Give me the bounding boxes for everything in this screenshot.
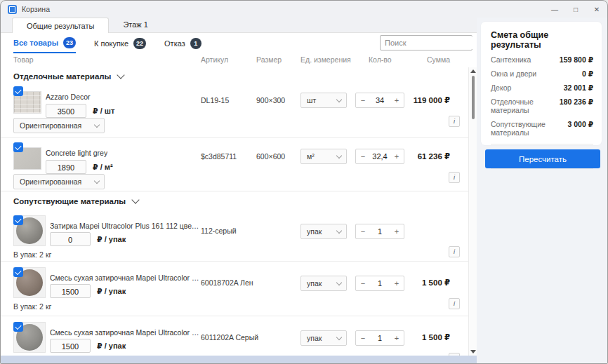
decrement-button[interactable]: −: [356, 334, 370, 342]
decrement-button[interactable]: −: [356, 152, 370, 161]
product-checkbox[interactable]: [13, 215, 23, 225]
price-unit-label: ₽ / упак: [97, 342, 126, 351]
estimate-label: Сантехника: [491, 55, 531, 64]
quantity-stepper: − 1 +: [355, 224, 404, 239]
section-related-materials[interactable]: Сопутствующие материалы: [13, 197, 138, 205]
price-input[interactable]: [51, 234, 90, 246]
product-name: Concrete light grey: [46, 149, 107, 157]
search-box: [380, 35, 472, 50]
unit-dropdown[interactable]: шт: [300, 93, 347, 108]
orientation-dropdown[interactable]: Ориентированная: [13, 118, 105, 133]
section-finishing-materials[interactable]: Отделочные материалы: [13, 72, 124, 81]
increment-button[interactable]: +: [390, 279, 404, 288]
header-sku: Артикул: [201, 55, 228, 64]
tab-bar: Общие результаты Этаж 1: [1, 18, 477, 33]
sku-value: 6011202A Серый: [201, 333, 258, 342]
tab-general-results[interactable]: Общие результаты: [12, 18, 109, 33]
product-checkbox[interactable]: [13, 86, 23, 96]
estimate-label: Сопутствующие материалы: [491, 120, 568, 137]
sku-value: DL19-15: [201, 96, 229, 105]
row-sum: 1 500 ₽: [422, 332, 450, 342]
estimate-value: 180 236 ₽: [560, 97, 593, 106]
scroll-down-icon[interactable]: [470, 350, 476, 353]
price-unit-label: ₽ / шт: [93, 107, 114, 116]
window-title: Корзина: [22, 5, 50, 13]
pack-note: В упак: 2 кг: [13, 302, 51, 311]
scroll-up-icon[interactable]: [470, 69, 476, 73]
decrement-button[interactable]: −: [356, 279, 370, 288]
chevron-down-icon: [336, 96, 342, 102]
cart-content: Все товары 23 К покупке 22 Отказ 1: [1, 33, 477, 363]
unit-dropdown[interactable]: упак: [300, 276, 347, 291]
quantity-stepper: − 34 +: [355, 93, 404, 108]
quantity-value[interactable]: 1: [370, 279, 390, 288]
section-label: Сопутствующие материалы: [13, 197, 126, 205]
product-checkbox[interactable]: [13, 142, 23, 152]
scrollbar-thumb[interactable]: [472, 76, 475, 119]
quantity-value[interactable]: 1: [370, 334, 390, 342]
estimate-row: Сантехника 159 800 ₽: [491, 55, 593, 64]
unit-value: упак: [301, 279, 337, 288]
close-button[interactable]: ✕: [586, 1, 607, 18]
vertical-scrollbar[interactable]: [468, 67, 477, 356]
info-button[interactable]: i: [449, 172, 460, 183]
filter-declined[interactable]: Отказ 1: [164, 37, 201, 53]
filter-to-buy[interactable]: К покупке 22: [94, 37, 146, 53]
price-unit-label: ₽ / м²: [93, 163, 113, 172]
quantity-value[interactable]: 34: [370, 96, 390, 105]
price-input-box: [46, 160, 86, 174]
price-input[interactable]: [51, 340, 90, 353]
minimize-button[interactable]: —: [544, 1, 565, 18]
increment-button[interactable]: +: [390, 96, 404, 105]
price-input[interactable]: [46, 105, 86, 118]
chevron-down-icon: [336, 152, 342, 158]
product-checkbox[interactable]: [13, 267, 23, 277]
product-checkbox[interactable]: [13, 322, 23, 332]
price-input[interactable]: [46, 161, 86, 174]
decrement-button[interactable]: −: [356, 227, 370, 236]
title-bar: Корзина — □ ✕: [1, 1, 607, 18]
app-icon: [8, 5, 17, 14]
price-input-box: [46, 104, 86, 118]
price-unit-label: ₽ / упак: [97, 287, 126, 296]
increment-button[interactable]: +: [390, 227, 404, 236]
orientation-dropdown[interactable]: Ориентированная: [13, 174, 105, 189]
header-unit: Ед. измерения: [300, 55, 351, 64]
filter-tabs: Все товары 23 К покупке 22 Отказ 1: [13, 37, 201, 53]
estimate-value: 0 ₽: [582, 69, 593, 78]
price-input[interactable]: [51, 285, 90, 298]
chevron-down-icon: [336, 279, 342, 285]
info-button[interactable]: i: [449, 246, 460, 257]
info-button[interactable]: i: [449, 116, 460, 127]
filter-all-products[interactable]: Все товары 23: [13, 37, 76, 53]
chevron-down-icon: [336, 334, 342, 339]
increment-button[interactable]: +: [390, 152, 404, 161]
quantity-value[interactable]: 32,4: [370, 152, 390, 161]
quantity-value[interactable]: 1: [370, 227, 390, 236]
estimate-row: Окна и двери 0 ₽: [491, 69, 593, 78]
horizontal-scrollbar[interactable]: [1, 356, 477, 363]
section-label: Отделочные материалы: [13, 72, 111, 81]
orientation-value: Ориентированная: [14, 121, 95, 130]
cart-window: Корзина — □ ✕ Общие результаты Этаж 1 Вс…: [0, 0, 608, 364]
sku-value: 112-серый: [201, 227, 237, 235]
unit-dropdown[interactable]: м²: [300, 149, 347, 164]
unit-dropdown[interactable]: упак: [300, 330, 347, 346]
search-input[interactable]: [381, 36, 489, 49]
unit-dropdown[interactable]: упак: [300, 224, 347, 239]
maximize-button[interactable]: □: [565, 1, 586, 18]
size-value: 600×600: [256, 152, 285, 161]
window-controls: — □ ✕: [544, 1, 607, 18]
table-header: Товар Артикул Размер Ед. измерения Кол-в…: [1, 55, 477, 67]
estimate-row: Декор 32 001 ₽: [491, 83, 593, 92]
count-badge: 23: [63, 37, 76, 48]
decrement-button[interactable]: −: [356, 96, 370, 105]
estimate-value: 3 000 ₽: [568, 120, 594, 128]
tab-floor-1[interactable]: Этаж 1: [109, 17, 161, 32]
info-button[interactable]: i: [449, 298, 460, 309]
sku-value: 60018702A Лен: [201, 278, 253, 287]
increment-button[interactable]: +: [390, 334, 404, 342]
chevron-down-icon: [131, 196, 139, 203]
table-row: Затирка Mapei Ultracolor Plus 161 112 цв…: [1, 210, 477, 262]
recalculate-button[interactable]: Пересчитать: [485, 149, 600, 168]
